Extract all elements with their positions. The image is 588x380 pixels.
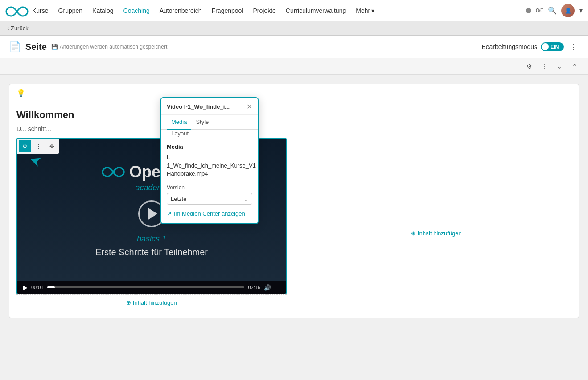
back-button[interactable]: ‹ Zurück: [7, 25, 581, 32]
user-menu-caret[interactable]: ▾: [579, 6, 583, 15]
nav-item-gruppen[interactable]: Gruppen: [54, 4, 87, 17]
breadcrumb: ‹ Zurück: [0, 21, 588, 36]
nav-item-coaching[interactable]: Coaching: [119, 4, 154, 17]
play-triangle-icon: [148, 208, 157, 220]
video-controls: ▶ 00:01 02:16 🔊 ⛶: [17, 281, 286, 294]
nav-item-katalog[interactable]: Katalog: [88, 4, 118, 17]
oo-logo-svg: [102, 165, 125, 179]
nav-counter: 0/0: [536, 8, 543, 14]
page-more-menu[interactable]: ⋮: [567, 41, 579, 53]
toolbar-chevron-down-button[interactable]: ⌄: [553, 60, 566, 73]
toolbar-row: ⚙ ⋮ ⌄ ^: [0, 58, 588, 75]
video-settings-modal: Video l-1_Wo_finde_i... ✕ Media Style La…: [160, 97, 259, 224]
page-title: Seite: [25, 42, 47, 52]
modal-media-section-title: Media: [167, 143, 252, 150]
autosave-hint: 💾 Änderungen werden automatisch gespeich…: [51, 44, 168, 50]
play-pause-button[interactable]: ▶: [23, 284, 28, 291]
nav-item-kurse[interactable]: Kurse: [28, 4, 53, 17]
external-link-icon: ↗: [167, 210, 172, 217]
video-progress-fill: [47, 286, 55, 288]
page-header-right: Bearbeitungsmodus EIN ⋮: [481, 41, 579, 53]
chevron-down-icon: ▾: [371, 7, 374, 14]
video-time-total: 02:16: [248, 285, 260, 290]
modal-close-button[interactable]: ✕: [247, 102, 252, 111]
search-icon[interactable]: 🔍: [548, 6, 557, 15]
toolbar-chevron-up-button[interactable]: ^: [568, 60, 581, 73]
page-document-icon: 📄: [9, 41, 21, 53]
add-content-left-button[interactable]: ⊕ Inhalt hinzufügen: [16, 294, 287, 311]
video-time-current: 00:01: [31, 285, 44, 290]
modal-version-value: Letzte: [171, 196, 186, 202]
toolbar-gear-button[interactable]: ⚙: [523, 60, 535, 73]
video-basics-label: basics 1: [137, 234, 166, 244]
video-settings-button[interactable]: ⚙: [19, 140, 31, 152]
modal-version-select[interactable]: Letzte ⌄: [167, 193, 252, 205]
content-area: Willkommen D... schnitt... ⚙ ⋮ ✥ ➤: [9, 102, 579, 318]
video-move-button[interactable]: ✥: [45, 140, 58, 152]
bulb-icon: 💡: [16, 89, 25, 97]
toggle-label: EIN: [551, 44, 559, 49]
nav-items-list: Kurse Gruppen Katalog Coaching Autorenbe…: [28, 4, 524, 17]
nav-item-autorenbereich[interactable]: Autorenbereich: [155, 4, 206, 17]
modal-body: Media l-1_Wo_finde_ich_meine_Kurse_V1 Ha…: [161, 137, 258, 223]
video-progress-bar[interactable]: [47, 286, 245, 288]
volume-button[interactable]: 🔊: [264, 284, 271, 291]
video-dots-button[interactable]: ⋮: [32, 140, 45, 152]
right-column: ⊕ Inhalt hinzufügen: [294, 102, 579, 318]
nav-item-projekte[interactable]: Projekte: [248, 4, 280, 17]
page-header-left: 📄 Seite 💾 Änderungen werden automatisch …: [9, 41, 167, 53]
select-caret-icon: ⌄: [243, 196, 248, 202]
nav-right-area: 0/0 🔍 👤 ▾: [526, 4, 583, 17]
modal-medien-center-link[interactable]: ↗ Im Medien Center anzeigen: [167, 210, 252, 217]
section-container: 💡 Willkommen D... schnitt... ⚙ ⋮ ✥ ➤: [9, 84, 579, 318]
modal-version-label: Version: [167, 184, 252, 191]
main-content: 💡 Willkommen D... schnitt... ⚙ ⋮ ✥ ➤: [0, 75, 588, 327]
page-header: 📄 Seite 💾 Änderungen werden automatisch …: [0, 36, 588, 58]
edit-mode-toggle[interactable]: EIN: [541, 42, 564, 51]
modal-tab-layout[interactable]: Layout: [167, 127, 193, 140]
status-dot: [526, 8, 531, 13]
section-bulb: 💡: [9, 84, 579, 102]
app-logo[interactable]: [5, 4, 22, 17]
add-content-right-button[interactable]: ⊕ Inhalt hinzufügen: [301, 225, 572, 241]
modal-title: Video l-1_Wo_finde_i...: [167, 103, 230, 110]
modal-media-filename: l-1_Wo_finde_ich_meine_Kurse_V1 Handbrak…: [167, 154, 252, 178]
toolbar-dots-button[interactable]: ⋮: [538, 60, 551, 73]
video-block-toolbar: ⚙ ⋮ ✥: [17, 139, 59, 154]
nav-item-fragenpool[interactable]: Fragenpool: [207, 4, 248, 17]
user-avatar[interactable]: 👤: [561, 4, 575, 17]
video-subtitle-text: Erste Schritte für Teilnehmer: [95, 247, 208, 257]
modal-tab-style[interactable]: Style: [191, 115, 213, 130]
nav-item-curriculumverwaltung[interactable]: Curriculumverwaltung: [281, 4, 350, 17]
fullscreen-button[interactable]: ⛶: [275, 284, 280, 291]
toggle-knob: [542, 43, 549, 50]
modal-header: Video l-1_Wo_finde_i... ✕: [161, 98, 258, 115]
save-icon: 💾: [51, 44, 58, 50]
edit-mode-label: Bearbeitungsmodus: [481, 43, 537, 50]
top-navigation: Kurse Gruppen Katalog Coaching Autorenbe…: [0, 0, 588, 21]
nav-item-mehr[interactable]: Mehr ▾: [351, 4, 379, 17]
